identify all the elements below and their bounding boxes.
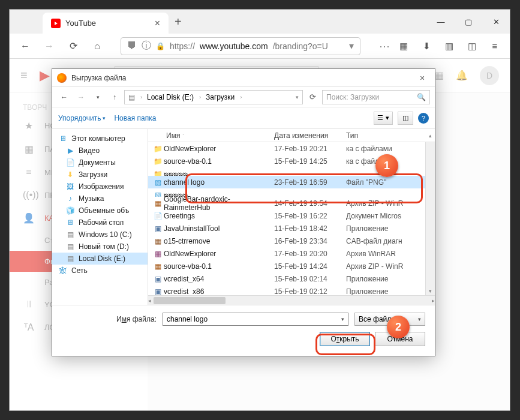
tree-item[interactable]: ▤Windows 10 (C:) — [52, 229, 148, 241]
tree-item[interactable]: 🕸Сеть — [52, 265, 148, 277]
open-button[interactable]: Открыть — [320, 332, 370, 346]
scroll-left-icon[interactable]: ◂ — [148, 296, 151, 305]
tree-item[interactable]: ⬇Загрузки — [52, 169, 148, 181]
file-row[interactable]: ▧channel logo23-Feb-19 16:59Файл "PNG" — [148, 176, 425, 188]
search-icon: 🔍 — [417, 93, 426, 101]
url-field[interactable]: ⛊ ⓘ 🔒 https://www.youtube.com/branding?o… — [121, 37, 360, 55]
sidebar-icon: ▦ — [23, 143, 35, 155]
file-row[interactable]: ▦GoogleBar-nardoxic-RainmeterHub14-Feb-1… — [148, 197, 425, 209]
tree-item[interactable]: ▤Новый том (D:) — [52, 241, 148, 253]
file-row[interactable]: ▣JavaUninstallTool11-Feb-19 18:42Приложе… — [148, 222, 425, 235]
file-list-header[interactable]: Имяˆ Дата изменения Тип ▴ — [148, 129, 435, 142]
chevron-down-icon[interactable]: ▾ — [341, 316, 344, 322]
yt-menu-icon[interactable]: ≡ — [20, 68, 28, 82]
nav-reload-button[interactable]: ⟳ — [64, 37, 83, 56]
nav-recent-icon[interactable]: ▾ — [91, 90, 105, 104]
window-close-button[interactable]: ✕ — [482, 10, 510, 34]
file-type-filter[interactable]: Все файлы ▾ — [354, 313, 425, 326]
cancel-button[interactable]: Отмена — [375, 332, 425, 346]
vertical-scrollbar[interactable]: ▾ — [425, 142, 435, 295]
file-row[interactable]: 📁ᴓᴓᴓᴓᴓ — [148, 167, 425, 176]
chevron-down-icon[interactable]: ▾ — [349, 40, 354, 52]
tree-item-label: Изображения — [79, 182, 124, 191]
breadcrumb-segment[interactable]: Local Disk (E:) — [143, 93, 198, 101]
file-row[interactable]: 📄Greetings15-Feb-19 16:22Документ Micros — [148, 209, 425, 222]
new-folder-button[interactable]: Новая папка — [114, 114, 156, 122]
library-icon[interactable]: ▥ — [440, 37, 458, 55]
folder-icon: ▶ — [65, 146, 75, 155]
lock-icon: 🔒 — [156, 42, 165, 50]
folder-icon: ▤ — [65, 254, 75, 263]
browser-tab[interactable]: YouTube × — [43, 13, 169, 34]
url-host: www.youtube.com — [200, 41, 268, 51]
breadcrumb-segment[interactable]: Загрузки — [202, 93, 239, 101]
tab-close-icon[interactable]: × — [155, 18, 160, 29]
filter-label: Все файлы — [359, 315, 396, 323]
refresh-icon[interactable]: ⟳ — [305, 90, 320, 104]
yt-avatar[interactable]: D — [480, 66, 499, 85]
file-date: 15-Feb-19 14:24 — [274, 262, 346, 271]
file-rows[interactable]: 📁OldNewExplorer17-Feb-19 20:21ка с файла… — [148, 142, 425, 295]
download-icon[interactable]: ⬇ — [417, 37, 435, 55]
file-row[interactable]: ▦source-vba-0.115-Feb-19 14:24Архив ZIP … — [148, 260, 425, 272]
help-icon[interactable]: ? — [418, 113, 429, 124]
file-row[interactable]: 📁source-vba-0.115-Feb-19 14:25ка с файла… — [148, 155, 425, 167]
more-icon[interactable]: ⋯ — [379, 40, 390, 53]
window-maximize-button[interactable]: ▢ — [455, 10, 482, 34]
menu-icon[interactable]: ≡ — [486, 37, 504, 55]
horizontal-scrollbar[interactable]: ◂ ▸ — [148, 295, 435, 305]
file-name: o15-ctrremove — [164, 237, 274, 245]
column-name[interactable]: Имяˆ — [148, 131, 274, 140]
tab-title: YouTube — [65, 19, 150, 28]
yt-apps-icon[interactable]: ▦ — [435, 70, 444, 81]
youtube-icon — [51, 19, 61, 28]
nav-up-icon[interactable]: ↑ — [107, 90, 122, 104]
chevron-down-icon[interactable]: ▾ — [292, 94, 302, 100]
yt-notif-icon[interactable]: 🔔 — [456, 70, 468, 81]
nav-back-button[interactable]: ← — [16, 37, 35, 56]
file-row[interactable]: ▧ᴓᴓᴓᴓᴓ — [148, 188, 425, 197]
file-icon: 📁 — [152, 145, 164, 153]
breadcrumb[interactable]: ▤ › Local Disk (E:) › Загрузки › ▾ — [124, 90, 303, 104]
filename-value: channel logo — [167, 315, 208, 323]
nav-forward-button[interactable]: → — [40, 37, 59, 56]
tree-item[interactable]: ▶Видео — [52, 145, 148, 157]
file-name: ᴓᴓᴓᴓᴓ — [164, 191, 274, 197]
nav-home-button[interactable]: ⌂ — [88, 37, 107, 56]
tree-item[interactable]: 🖼Изображения — [52, 181, 148, 193]
dialog-titlebar[interactable]: Выгрузка файла × — [52, 69, 435, 87]
filename-input[interactable]: channel logo ▾ — [163, 313, 348, 326]
nav-forward-icon[interactable]: → — [74, 90, 88, 104]
new-tab-button[interactable]: + — [169, 10, 188, 34]
sidebar-icon[interactable]: ◫ — [463, 37, 481, 55]
folder-icon: 🧊 — [65, 206, 75, 215]
nav-back-icon[interactable]: ← — [57, 90, 71, 104]
column-date[interactable]: Дата изменения — [274, 131, 346, 140]
dialog-search-input[interactable]: Поиск: Загрузки 🔍 — [322, 90, 430, 104]
firefox-icon — [57, 73, 67, 83]
dialog-close-button[interactable]: × — [414, 73, 430, 83]
tracking-icon[interactable]: ▦ — [395, 37, 413, 55]
file-row[interactable]: ▦o15-ctrremove16-Feb-19 23:34CAB-файл ди… — [148, 235, 425, 247]
file-row[interactable]: ▦OldNewExplorer17-Feb-19 20:20Архив WinR… — [148, 247, 425, 260]
organize-menu[interactable]: Упорядочить ▾ — [58, 114, 106, 122]
file-row[interactable]: ▣vcredist_x6415-Feb-19 02:14Приложение — [148, 272, 425, 285]
window-minimize-button[interactable]: — — [427, 10, 455, 34]
file-type: Архив WinRAR — [346, 250, 425, 258]
tree-item[interactable]: 🖥Рабочий стол — [52, 217, 148, 229]
scroll-down-icon[interactable]: ▾ — [429, 287, 432, 295]
scroll-up-icon[interactable]: ▴ — [425, 131, 435, 140]
scroll-right-icon[interactable]: ▸ — [432, 296, 435, 305]
tree-item[interactable]: 🧊Объемные объ — [52, 205, 148, 217]
view-mode-button[interactable]: ☰ ▾ — [374, 112, 393, 125]
tree-item[interactable]: 🖥Этот компьютер — [52, 133, 148, 145]
preview-pane-button[interactable]: ◫ — [398, 112, 413, 125]
folder-tree[interactable]: 🖥Этот компьютер▶Видео📄Документы⬇Загрузки… — [52, 129, 148, 305]
tree-item[interactable]: ♪Музыка — [52, 193, 148, 205]
tree-item[interactable]: ▤Local Disk (E:) — [52, 253, 148, 265]
file-row[interactable]: 📁OldNewExplorer17-Feb-19 20:21ка с файла… — [148, 142, 425, 155]
column-type[interactable]: Тип — [346, 131, 425, 140]
scrollbar-thumb[interactable] — [154, 297, 226, 304]
file-row[interactable]: ▣vcredist_x8615-Feb-19 02:12Приложение — [148, 285, 425, 295]
tree-item[interactable]: 📄Документы — [52, 157, 148, 169]
